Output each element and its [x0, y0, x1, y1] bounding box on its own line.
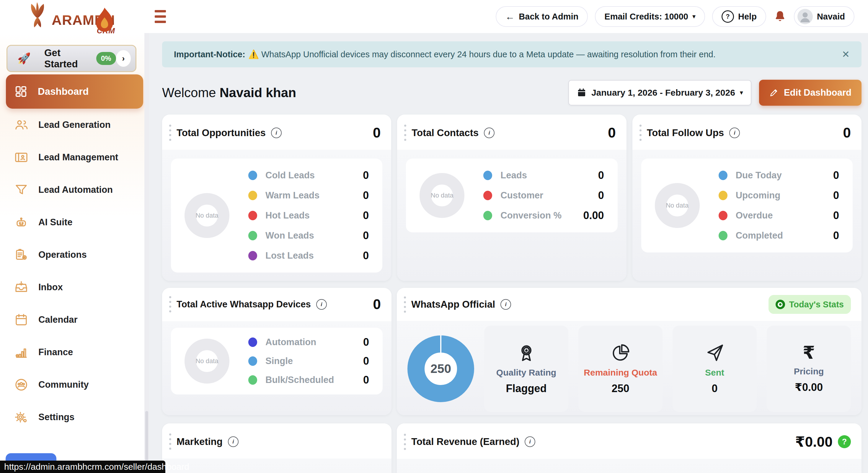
sidebar-item-label: AI Suite [38, 217, 72, 228]
donut-chart: No data [185, 193, 229, 238]
sidebar-scrollbar[interactable] [144, 33, 149, 473]
pencil-icon [769, 88, 779, 97]
date-range-picker[interactable]: January 1, 2026 - February 3, 2026 ▾ [568, 80, 751, 105]
tile-label: Quality Rating [496, 368, 556, 378]
sidebar-item-settings[interactable]: Settings [0, 401, 149, 434]
donut-chart: No data [655, 183, 700, 228]
legend-label: Due Today [736, 170, 782, 181]
help-button[interactable]: ? Help [712, 6, 766, 27]
email-credits-label: Email Credits: 10000 [604, 12, 688, 22]
legend-value: 0 [363, 209, 369, 222]
drag-handle-icon[interactable] [169, 125, 171, 141]
legend-label: Lost Leads [266, 250, 314, 261]
quota-donut-chart: 250 [407, 336, 474, 402]
card-total: 0 [373, 296, 381, 312]
clipboard-gear-icon [14, 248, 28, 262]
legend-dot [248, 191, 257, 200]
sidebar-item-ai-suite[interactable]: AI Suite [0, 206, 149, 239]
drag-handle-icon[interactable] [169, 434, 171, 450]
legend-dot [719, 231, 727, 240]
info-icon[interactable]: i [525, 436, 535, 447]
drag-handle-icon[interactable] [640, 125, 642, 141]
drag-handle-icon[interactable] [404, 296, 406, 313]
legend-dot [248, 356, 257, 366]
user-menu[interactable]: Navaid [794, 6, 855, 27]
important-notice-banner: Important-Notice:⚠️ WhatsApp Unofficial … [162, 41, 862, 67]
caret-down-icon: ▾ [692, 13, 695, 20]
users-icon [14, 118, 28, 132]
drag-handle-icon[interactable] [404, 125, 406, 141]
inbox-icon [14, 280, 28, 294]
sidebar-item-label: Calendar [38, 314, 78, 325]
sidebar-item-label: Lead Management [38, 152, 118, 163]
legend-label: Upcoming [736, 190, 781, 201]
close-icon[interactable]: ✕ [842, 49, 850, 60]
legend-label: Single [266, 356, 293, 367]
back-to-admin-button[interactable]: ← Back to Admin [496, 6, 588, 27]
legend-item: Automation0 [248, 336, 369, 348]
donut-chart: No data [185, 339, 229, 383]
notifications-bell-icon[interactable] [773, 9, 787, 24]
sidebar-item-lead-management[interactable]: Lead Management [0, 141, 149, 174]
info-icon[interactable]: i [271, 128, 282, 138]
info-icon[interactable]: i [228, 436, 239, 447]
sidebar-item-operations[interactable]: Operations [0, 239, 149, 271]
legend-value: 0 [363, 250, 369, 262]
chevron-right-icon[interactable]: › [116, 50, 131, 67]
email-credits-dropdown[interactable]: Email Credits: 10000 ▾ [595, 6, 705, 27]
phoenix-logo-icon [25, 2, 50, 31]
sidebar-item-lead-automation[interactable]: Lead Automation [0, 174, 149, 206]
info-icon[interactable]: i [500, 299, 511, 310]
donut-chart: No data [420, 173, 464, 218]
sidebar-scrollbar-thumb[interactable] [145, 411, 148, 461]
legend-value: 0 [833, 229, 839, 242]
revenue-tiles [406, 468, 852, 473]
card-total: 0 [373, 125, 381, 141]
pie-chart-icon [611, 343, 631, 363]
sidebar-item-label: Finance [38, 347, 73, 357]
revenue-value: ₹0.00 [795, 434, 833, 450]
sidebar: 🚀 Get Started 0% › Dashboard Lead Genera… [0, 33, 149, 473]
community-icon [14, 378, 28, 392]
legend-dot [248, 171, 257, 180]
user-name: Navaid [817, 12, 845, 22]
card-title: Marketing [177, 436, 223, 447]
legend-item: Lost Leads0 [248, 250, 369, 262]
legend-label: Won Leads [266, 230, 314, 241]
sidebar-toggle-hamburger-icon[interactable] [155, 10, 166, 23]
legend: Automation0 Single0 Bulk/Scheduled0 [248, 336, 369, 386]
cards-row-1: Total Opportunities i 0 No data Cold Lea… [162, 115, 862, 281]
legend-label: Warm Leads [266, 190, 319, 201]
drag-handle-icon[interactable] [169, 296, 171, 312]
notice-text: Important-Notice:⚠️ WhatsApp Unofficial … [174, 49, 716, 59]
drag-handle-icon[interactable] [404, 434, 406, 450]
sidebar-item-dashboard[interactable]: Dashboard [6, 74, 143, 109]
remaining-quota-tile: Remaining Quota 250 [578, 326, 662, 412]
legend-item: Cold Leads0 [248, 169, 369, 182]
todays-stats-label: Today's Stats [789, 300, 844, 309]
cards-row-2: Total Active Whatsapp Devices i 0 No dat… [162, 288, 862, 415]
get-started-button[interactable]: 🚀 Get Started 0% › [6, 45, 136, 72]
info-icon[interactable]: i [484, 128, 495, 138]
sidebar-item-calendar[interactable]: Calendar [0, 304, 149, 336]
marketing-card: Marketing i [162, 423, 392, 473]
info-icon[interactable]: i [729, 128, 740, 138]
sidebar-item-community[interactable]: Community [0, 369, 149, 401]
card-title: Total Follow Ups [647, 127, 724, 138]
sidebar-item-lead-generation[interactable]: Lead Generation [0, 109, 149, 141]
sidebar-item-inbox[interactable]: Inbox [0, 271, 149, 304]
edit-dashboard-button[interactable]: Edit Dashboard [759, 80, 862, 106]
tile-value: Flagged [506, 382, 547, 395]
notice-label: Important-Notice: [174, 50, 245, 59]
no-data-label: No data [666, 202, 688, 209]
sidebar-item-finance[interactable]: Finance [0, 336, 149, 369]
help-question-icon[interactable]: ? [838, 435, 851, 448]
flame-icon [92, 6, 117, 35]
info-icon[interactable]: i [316, 299, 327, 310]
status-url-text: https://admin.arambhcrm.com/seller/dashb… [4, 462, 189, 472]
progress-badge: 0% [96, 52, 116, 65]
sent-tile: Sent 0 [673, 326, 757, 412]
legend-dot [719, 171, 727, 180]
card-total: 0 [843, 125, 851, 141]
tile-label: Remaining Quota [584, 368, 657, 378]
